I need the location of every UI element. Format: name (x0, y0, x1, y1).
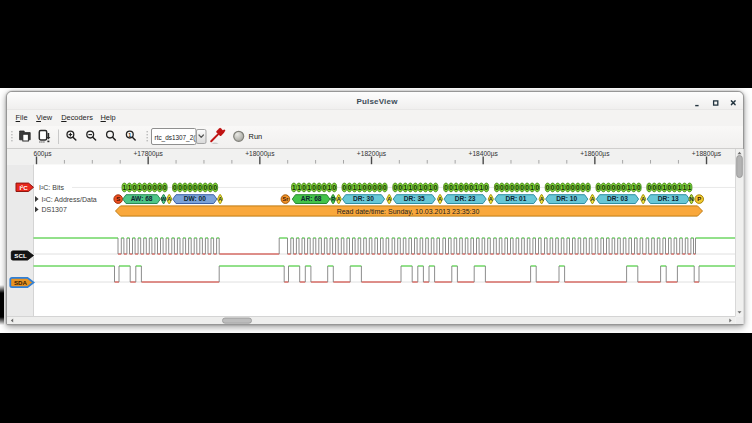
svg-text:0: 0 (163, 183, 167, 190)
svg-text:0: 0 (581, 183, 585, 190)
svg-text:DR: 13: DR: 13 (658, 195, 679, 202)
svg-text:0: 0 (556, 183, 560, 190)
svg-text:0: 0 (368, 183, 372, 190)
svg-text:1: 1 (292, 183, 296, 190)
svg-text:1: 1 (297, 183, 301, 190)
svg-text:0: 0 (449, 183, 453, 190)
svg-text:I²C: Bits: I²C: Bits (39, 183, 64, 190)
svg-text:0: 0 (566, 183, 570, 190)
svg-text:0: 0 (378, 183, 382, 190)
svg-text:1: 1 (678, 183, 682, 190)
svg-text:A: A (540, 196, 544, 202)
svg-text:R: R (331, 196, 335, 202)
svg-text:1: 1 (530, 183, 534, 190)
svg-text:0: 0 (178, 183, 182, 190)
svg-text:1: 1 (403, 183, 407, 190)
svg-text:W: W (161, 196, 167, 202)
svg-text:0: 0 (393, 183, 397, 190)
svg-text:0: 0 (607, 183, 611, 190)
svg-text:0: 0 (198, 183, 202, 190)
svg-text:0: 0 (546, 183, 550, 190)
svg-text:1: 1 (688, 183, 692, 190)
svg-text:+18000µs: +18000µs (245, 150, 275, 158)
svg-text:1: 1 (307, 183, 311, 190)
svg-text:0: 0 (673, 183, 677, 190)
svg-text:0: 0 (302, 183, 306, 190)
svg-text:1: 1 (128, 183, 132, 190)
svg-text:0: 0 (148, 183, 152, 190)
svg-text:+18600µs: +18600µs (580, 150, 610, 158)
svg-text:0: 0 (208, 183, 212, 190)
svg-text:1: 1 (632, 183, 636, 190)
svg-text:0: 0 (434, 183, 438, 190)
svg-text:A: A (387, 196, 391, 202)
svg-text:P: P (697, 196, 701, 202)
svg-text:AW: 68: AW: 68 (131, 195, 153, 202)
svg-text:0: 0 (571, 183, 575, 190)
svg-text:0: 0 (398, 183, 402, 190)
svg-text:600µs: 600µs (34, 150, 53, 158)
svg-text:Sr: Sr (283, 196, 290, 202)
svg-text:AR: 68: AR: 68 (301, 195, 322, 202)
svg-text:0: 0 (495, 183, 499, 190)
svg-text:0: 0 (383, 183, 387, 190)
svg-text:0: 0 (668, 183, 672, 190)
svg-text:DR: 30: DR: 30 (353, 195, 374, 202)
svg-text:0: 0 (525, 183, 529, 190)
svg-text:1: 1 (409, 183, 413, 190)
svg-text:A: A (218, 196, 222, 202)
svg-text:1: 1 (419, 183, 423, 190)
svg-text:0: 0 (332, 183, 336, 190)
svg-text:0: 0 (348, 183, 352, 190)
svg-text:0: 0 (363, 183, 367, 190)
svg-text:SCL: SCL (14, 252, 27, 259)
svg-text:0: 0 (576, 183, 580, 190)
svg-text:1: 1 (480, 183, 484, 190)
svg-text:1: 1 (327, 183, 331, 190)
svg-text:+18400µs: +18400µs (469, 150, 499, 158)
svg-text:0: 0 (515, 183, 519, 190)
svg-text:0: 0 (464, 183, 468, 190)
svg-text:A: A (489, 196, 493, 202)
svg-text:0: 0 (647, 183, 651, 190)
svg-text:A: A (167, 196, 171, 202)
svg-text:I²C: I²C (19, 183, 28, 190)
svg-text:0: 0 (188, 183, 192, 190)
svg-text:DR: 01: DR: 01 (505, 195, 526, 202)
svg-text:1: 1 (138, 183, 142, 190)
svg-text:DR: 35: DR: 35 (404, 195, 425, 202)
svg-text:0: 0 (505, 183, 509, 190)
svg-text:0: 0 (586, 183, 590, 190)
svg-text:0: 0 (500, 183, 504, 190)
svg-text:0: 0 (133, 183, 137, 190)
svg-text:0: 0 (535, 183, 539, 190)
svg-text:1: 1 (683, 183, 687, 190)
svg-text:0: 0 (213, 183, 217, 190)
svg-text:+18800µs: +18800µs (692, 150, 722, 158)
svg-text:0: 0 (459, 183, 463, 190)
svg-text:1: 1 (429, 183, 433, 190)
svg-text:1: 1 (561, 183, 565, 190)
svg-text:rtc_ds1307_2(: rtc_ds1307_2( (155, 134, 197, 142)
svg-text:0: 0 (510, 183, 514, 190)
svg-text:0: 0 (322, 183, 326, 190)
svg-text:0: 0 (597, 183, 601, 190)
svg-text:A: A (438, 196, 442, 202)
svg-text:A: A (641, 196, 645, 202)
svg-text:Run: Run (249, 132, 263, 141)
svg-text:0: 0 (551, 183, 555, 190)
svg-text:I²C: Address/Data: I²C: Address/Data (42, 195, 97, 202)
svg-text:+18200µs: +18200µs (357, 150, 387, 158)
svg-text:+17800µs: +17800µs (134, 150, 164, 158)
svg-text:0: 0 (637, 183, 641, 190)
svg-text:DR: 10: DR: 10 (556, 195, 577, 202)
svg-text:0: 0 (469, 183, 473, 190)
svg-text:1: 1 (454, 183, 458, 190)
svg-text:0: 0 (612, 183, 616, 190)
svg-text:0: 0 (203, 183, 207, 190)
svg-text:0: 0 (193, 183, 197, 190)
svg-text:DS1307: DS1307 (42, 206, 67, 213)
svg-text:1: 1 (123, 183, 127, 190)
svg-text:0: 0 (424, 183, 428, 190)
svg-text:1: 1 (474, 183, 478, 190)
